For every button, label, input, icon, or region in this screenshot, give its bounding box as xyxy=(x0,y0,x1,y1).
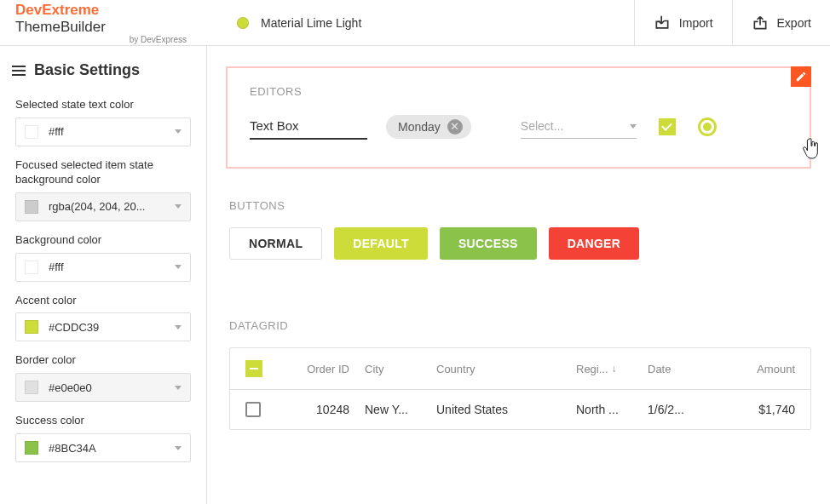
import-button[interactable]: Import xyxy=(634,0,732,46)
sidebar: Basic Settings Selected state text color… xyxy=(0,46,207,504)
cell-country: United States xyxy=(436,403,571,416)
setting-label: Background color xyxy=(15,233,191,248)
setting-item: Background color#fff xyxy=(0,226,206,287)
color-picker-input[interactable]: #8BC34A xyxy=(15,433,191,462)
export-icon xyxy=(752,14,769,32)
select-input[interactable]: Select... xyxy=(521,114,637,139)
color-value: #CDDC39 xyxy=(49,321,175,334)
success-button[interactable]: SUCCESS xyxy=(440,227,537,260)
col-amount[interactable]: Amount xyxy=(702,363,795,375)
danger-button[interactable]: DANGER xyxy=(549,227,639,260)
radio-input[interactable] xyxy=(698,117,717,136)
col-city[interactable]: City xyxy=(365,363,431,375)
top-bar: DevExtreme ThemeBuilder by DevExpress Ma… xyxy=(0,0,830,46)
datagrid-header: Order ID City Country Regi...↓ Date Amou… xyxy=(230,348,810,390)
datagrid-label: DATAGRID xyxy=(229,319,811,332)
row-checkbox[interactable] xyxy=(245,402,261,417)
normal-button[interactable]: NORMAL xyxy=(229,227,322,260)
checkbox-input[interactable] xyxy=(659,118,676,135)
color-picker-input[interactable]: #CDDC39 xyxy=(15,312,191,341)
buttons-label: BUTTONS xyxy=(229,199,811,212)
color-picker-input[interactable]: #fff xyxy=(15,253,191,282)
col-order-id[interactable]: Order ID xyxy=(288,363,349,375)
content: EDITORS Text Box Monday ✕ Select... BUTT… xyxy=(207,46,830,504)
color-value: #e0e0e0 xyxy=(49,381,175,394)
cell-amount: $1,740 xyxy=(702,403,795,416)
chevron-down-icon xyxy=(175,265,182,269)
default-button[interactable]: DEFAULT xyxy=(334,227,428,260)
chevron-down-icon xyxy=(175,446,182,450)
pencil-icon xyxy=(795,71,807,83)
setting-item: Success color#8BC34A xyxy=(0,407,206,467)
color-picker-input[interactable]: #e0e0e0 xyxy=(15,373,191,402)
brand: DevExtreme ThemeBuilder by DevExpress xyxy=(0,2,207,44)
color-picker-input[interactable]: #fff xyxy=(15,117,191,146)
chevron-down-icon xyxy=(175,204,182,209)
cell-region: North ... xyxy=(576,403,637,416)
color-swatch xyxy=(25,200,38,214)
brand-builder: ThemeBuilder xyxy=(15,19,106,35)
color-swatch xyxy=(25,320,38,334)
setting-label: Accent color xyxy=(15,294,191,308)
chevron-down-icon xyxy=(175,386,182,390)
setting-item: Border color#e0e0e0 xyxy=(0,346,206,407)
buttons-section: BUTTONS NORMAL DEFAULT SUCCESS DANGER xyxy=(226,199,811,260)
tag-chip[interactable]: Monday ✕ xyxy=(386,115,471,139)
chevron-down-icon xyxy=(175,129,182,134)
tag-label: Monday xyxy=(398,120,441,134)
setting-label: Selected state text color xyxy=(15,98,191,112)
chevron-down-icon xyxy=(175,325,182,329)
editors-panel: EDITORS Text Box Monday ✕ Select... xyxy=(226,66,811,169)
tag-remove-icon[interactable]: ✕ xyxy=(447,119,463,135)
color-picker-input[interactable]: rgba(204, 204, 20... xyxy=(15,192,191,221)
color-swatch xyxy=(25,125,38,139)
editors-label: EDITORS xyxy=(250,85,787,98)
export-button[interactable]: Export xyxy=(732,0,830,46)
col-date[interactable]: Date xyxy=(648,363,702,375)
cell-city: New Y... xyxy=(365,403,431,416)
import-icon xyxy=(654,14,671,32)
table-row[interactable]: 10248New Y...United StatesNorth ...1/6/2… xyxy=(230,390,810,429)
setting-item: Selected state text color#fff xyxy=(0,91,206,152)
chevron-down-icon xyxy=(630,124,637,129)
sidebar-title: Basic Settings xyxy=(34,61,140,79)
color-value: rgba(204, 204, 20... xyxy=(49,200,175,213)
setting-item: Accent color#CDDC39 xyxy=(0,287,206,347)
theme-name[interactable]: Material Lime Light xyxy=(261,16,361,30)
setting-label: Success color xyxy=(15,414,191,428)
datagrid: Order ID City Country Regi...↓ Date Amou… xyxy=(229,347,811,430)
export-label: Export xyxy=(777,16,811,30)
setting-label: Border color xyxy=(15,353,191,368)
theme-dot-icon xyxy=(237,17,249,29)
textbox-input[interactable]: Text Box xyxy=(250,113,367,140)
col-country[interactable]: Country xyxy=(436,363,571,375)
color-swatch xyxy=(25,381,38,394)
setting-label: Focused selected item state background c… xyxy=(15,158,191,187)
color-value: #fff xyxy=(49,261,175,273)
brand-dev: DevExtreme xyxy=(15,2,99,18)
edit-panel-button[interactable] xyxy=(791,66,811,87)
setting-item: Focused selected item state background c… xyxy=(0,152,206,226)
color-swatch xyxy=(25,261,38,274)
col-region[interactable]: Regi...↓ xyxy=(576,363,637,375)
datagrid-section: DATAGRID Order ID City Country Regi...↓ … xyxy=(226,319,811,430)
cell-date: 1/6/2... xyxy=(648,403,702,416)
sort-desc-icon: ↓ xyxy=(612,363,617,375)
color-value: #fff xyxy=(49,125,175,138)
brand-sub: by DevExpress xyxy=(15,35,192,44)
select-placeholder: Select... xyxy=(521,119,564,133)
menu-icon[interactable] xyxy=(12,66,26,76)
cell-order-id: 10248 xyxy=(288,403,349,416)
import-label: Import xyxy=(679,16,713,30)
checkbox-select-all[interactable] xyxy=(245,360,262,377)
color-value: #8BC34A xyxy=(49,442,175,455)
color-swatch xyxy=(25,441,38,455)
